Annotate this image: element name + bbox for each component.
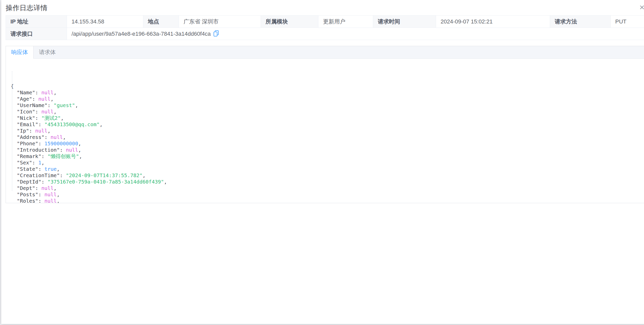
code-line: "Age": null, bbox=[11, 96, 644, 102]
code-line: "Introduction": null, bbox=[11, 147, 644, 153]
ip-address-label: IP 地址 bbox=[6, 16, 67, 28]
code-line: "UserName": "guest", bbox=[11, 102, 644, 109]
code-line: "Dept": null, bbox=[11, 185, 644, 191]
request-api-value: /api/app/user/9a57a4e8-e196-663a-7841-3a… bbox=[72, 31, 211, 37]
body-tabs-card: 响应体 请求体 { "Name": null, "Age": null, "Us… bbox=[6, 46, 644, 203]
module-value: 更新用户 bbox=[318, 16, 373, 28]
log-descriptions-table: IP 地址 14.155.34.58 地点 广东省 深圳市 所属模块 更新用户 … bbox=[6, 15, 644, 40]
request-method-label: 请求方法 bbox=[550, 16, 611, 28]
tab-response-body[interactable]: 响应体 bbox=[6, 46, 34, 59]
request-time-label: 请求时间 bbox=[373, 16, 436, 28]
code-line: "Sex": 1, bbox=[11, 160, 644, 166]
table-row: IP 地址 14.155.34.58 地点 广东省 深圳市 所属模块 更新用户 … bbox=[6, 16, 644, 28]
code-line: "DeptId": "375167e0-759a-0410-7a85-3a14d… bbox=[11, 179, 644, 185]
code-line: "Ip": null, bbox=[11, 128, 644, 134]
code-line: "Remark": "懒得创账号", bbox=[11, 153, 644, 160]
request-time-value: 2024-09-07 15:02:21 bbox=[436, 16, 550, 28]
json-viewer: { "Name": null, "Age": null, "UserName":… bbox=[11, 64, 644, 203]
copy-icon[interactable] bbox=[213, 30, 219, 38]
code-line: "Nick": "测试2", bbox=[11, 115, 644, 121]
tab-request-body[interactable]: 请求体 bbox=[34, 46, 61, 58]
location-value: 广东省 深圳市 bbox=[179, 16, 261, 28]
code-line: "Icon": null, bbox=[11, 109, 644, 115]
code-line: "Roles": null, bbox=[11, 198, 644, 203]
dialog-header: 操作日志详情 bbox=[6, 3, 644, 15]
dialog-close-icon[interactable]: × bbox=[637, 2, 644, 12]
request-api-cell: /api/app/user/9a57a4e8-e196-663a-7841-3a… bbox=[67, 28, 644, 40]
code-line: "Name": null, bbox=[11, 89, 644, 96]
request-api-label: 请求接口 bbox=[6, 28, 67, 40]
request-method-value: PUT bbox=[611, 16, 644, 28]
indent-guide-line bbox=[12, 71, 12, 191]
code-line: "Phone": 15900000000, bbox=[11, 140, 644, 147]
code-line: "CreationTime": "2024-09-07T14:37:55.782… bbox=[11, 172, 644, 179]
dialog-title: 操作日志详情 bbox=[6, 4, 48, 12]
code-line: "Address": null, bbox=[11, 134, 644, 140]
code-line: "Email": "454313500@qq.com", bbox=[11, 121, 644, 128]
location-label: 地点 bbox=[143, 16, 179, 28]
operation-log-detail-dialog: 操作日志详情 IP 地址 14.155.34.58 地点 广东省 深圳市 所属模… bbox=[1, 0, 644, 324]
code-line: "State": true, bbox=[11, 166, 644, 172]
ip-address-value: 14.155.34.58 bbox=[67, 16, 143, 28]
json-code-lines: { "Name": null, "Age": null, "UserName":… bbox=[11, 83, 644, 203]
code-line: "Posts": null, bbox=[11, 191, 644, 198]
module-label: 所属模块 bbox=[261, 16, 318, 28]
table-row: 请求接口 /api/app/user/9a57a4e8-e196-663a-78… bbox=[6, 28, 644, 40]
code-line: { bbox=[11, 83, 644, 89]
tabs-header: 响应体 请求体 bbox=[6, 46, 644, 59]
response-body-panel: { "Name": null, "Age": null, "UserName":… bbox=[6, 59, 644, 203]
